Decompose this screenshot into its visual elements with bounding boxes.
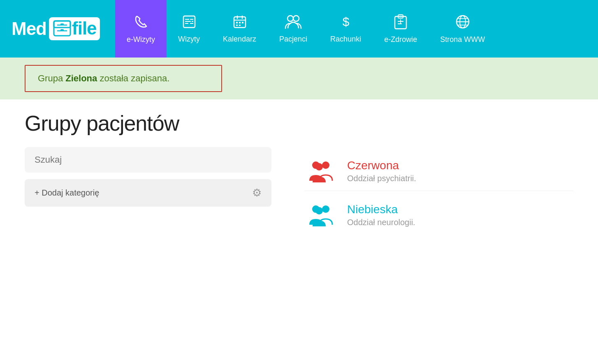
nav-item-pacjenci[interactable]: Pacjenci	[268, 0, 319, 58]
svg-rect-20	[236, 25, 238, 26]
group-info-czerwona: Czerwona Oddział psychiatrii.	[347, 159, 416, 183]
add-category-button[interactable]: + Dodaj kategorię ⚙	[25, 179, 271, 207]
add-category-label: + Dodaj kategorię	[35, 188, 99, 198]
notification-box: Grupa Zielona została zapisana.	[25, 65, 222, 92]
notification-text-suffix: została zapisana.	[97, 73, 169, 83]
logo: Med file	[12, 17, 100, 40]
group-item-czerwona[interactable]: Czerwona Oddział psychiatrii.	[304, 147, 573, 191]
dollar-icon: $	[338, 14, 353, 32]
logo-file-box: file	[49, 17, 100, 40]
notification-bar: Grupa Zielona została zapisana.	[0, 58, 598, 99]
nav-item-kalendarz[interactable]: Kalendarz	[211, 0, 268, 58]
nav-item-wizyty[interactable]: Wizyty	[167, 0, 211, 58]
svg-rect-17	[236, 22, 238, 23]
nav-item-rachunki[interactable]: $ Rachunki	[319, 0, 373, 58]
nav-item-strona-www[interactable]: Strona WWW	[429, 0, 496, 58]
main-content: Grupy pacjentów + Dodaj kategorię ⚙	[0, 99, 598, 235]
svg-rect-0	[54, 21, 70, 36]
group-desc-niebieska: Oddział neurologii.	[347, 218, 415, 227]
svg-point-38	[322, 205, 329, 213]
gear-icon: ⚙	[252, 187, 262, 199]
nav-label-pacjenci: Pacjenci	[279, 35, 307, 44]
group-icon-niebieska	[304, 203, 334, 227]
main-nav: e-Wizyty Wizyty	[115, 0, 598, 58]
svg-rect-5	[60, 29, 64, 31]
people-icon	[284, 14, 303, 32]
notification-bold-word: Zielona	[65, 73, 97, 83]
svg-point-22	[287, 16, 293, 21]
svg-point-37	[315, 163, 323, 170]
svg-rect-21	[239, 25, 241, 26]
nav-label-e-zdrowie: e-Zdrowie	[384, 35, 417, 44]
left-column: + Dodaj kategorię ⚙	[25, 147, 271, 235]
nav-label-wizyty: Wizyty	[178, 35, 200, 44]
search-input[interactable]	[35, 154, 262, 165]
svg-text:$: $	[342, 15, 349, 28]
page-title: Grupy pacjentów	[25, 111, 573, 136]
svg-rect-19	[242, 22, 243, 23]
group-desc-czerwona: Oddział psychiatrii.	[347, 174, 416, 183]
logo-file-text: file	[72, 18, 97, 39]
globe-icon	[455, 14, 471, 32]
nav-item-e-wizyty[interactable]: e-Wizyty	[115, 0, 167, 58]
nav-label-e-wizyty: e-Wizyty	[127, 35, 155, 44]
svg-rect-18	[239, 22, 241, 23]
svg-point-35	[322, 161, 329, 169]
logo-area: Med file	[0, 0, 115, 58]
phone-icon	[133, 14, 149, 32]
notification-text-prefix: Grupa	[38, 73, 65, 83]
group-name-czerwona: Czerwona	[347, 159, 416, 172]
svg-point-23	[293, 16, 299, 21]
calendar-icon	[232, 14, 247, 32]
svg-rect-4	[60, 23, 64, 25]
header: Med file	[0, 0, 598, 58]
right-column: Czerwona Oddział psychiatrii.	[271, 147, 573, 235]
columns-layout: + Dodaj kategorię ⚙	[25, 147, 573, 235]
list-icon	[182, 14, 197, 32]
logo-med: Med	[12, 18, 46, 39]
group-item-niebieska[interactable]: Niebieska Oddział neurologii.	[304, 191, 573, 235]
svg-point-40	[315, 207, 323, 214]
nav-label-kalendarz: Kalendarz	[223, 35, 256, 44]
nav-label-strona-www: Strona WWW	[440, 35, 485, 44]
group-icon-czerwona	[304, 159, 334, 183]
group-name-niebieska: Niebieska	[347, 203, 415, 216]
group-info-niebieska: Niebieska Oddział neurologii.	[347, 203, 415, 227]
logo-file-icon	[52, 19, 72, 37]
nav-label-rachunki: Rachunki	[330, 35, 361, 44]
search-container[interactable]	[25, 147, 271, 173]
clipboard-icon	[394, 14, 408, 32]
nav-item-e-zdrowie[interactable]: e-Zdrowie	[373, 0, 429, 58]
